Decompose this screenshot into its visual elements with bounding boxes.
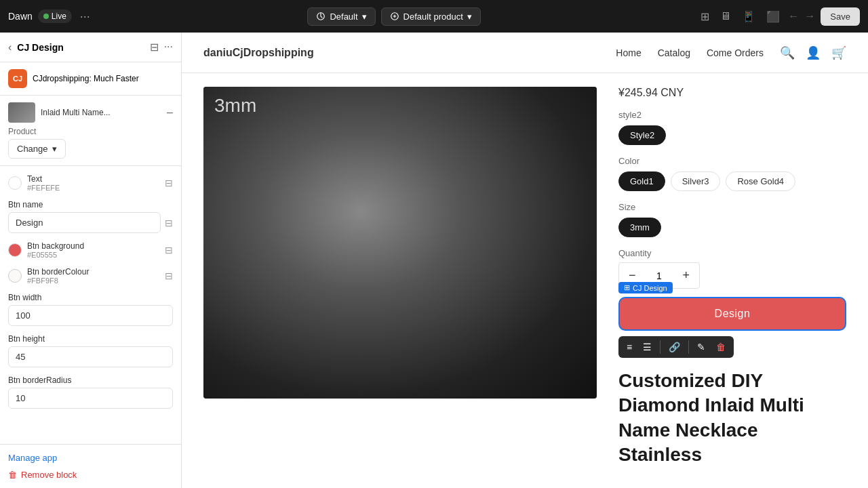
btn-radius-input[interactable] [8,388,173,409]
btn-radius-section: Btn borderRadius [8,375,173,409]
plugin-icon: CJ [8,69,27,88]
tablet-view-button[interactable]: ⬛ [764,7,783,26]
btn-border-info: Btn borderColour #FBF9F8 [27,267,89,285]
preview-inner: daniuCjDropshipping Home Catalog Come Or… [182,33,868,488]
redo-button[interactable]: → [804,10,815,22]
collapse-button[interactable]: – [167,106,173,119]
style-options: Style2 [618,125,846,145]
account-icon[interactable]: 👤 [806,45,821,60]
color-label: Color [618,156,846,166]
btn-name-icon[interactable]: ⊟ [165,218,173,228]
btn-width-label: Btn width [8,293,173,302]
toolbar-align-center[interactable]: ☰ [639,339,656,355]
btn-bg-icon[interactable]: ⊟ [165,245,173,256]
color-silver3-btn[interactable]: Silver3 [671,171,721,191]
plugin-name: CJdropshipping: Much Faster [33,74,139,83]
size-options: 3mm [618,218,846,237]
chevron-down-icon2: ▾ [467,12,472,22]
size-label-overlay: 3mm [214,95,256,117]
default-theme-button[interactable]: Default ▾ [307,7,375,26]
preview-area: daniuCjDropshipping Home Catalog Come Or… [182,33,868,488]
btn-toolbar: ≡ ☰ 🔗 ✎ 🗑 [618,336,734,358]
select-device-button[interactable]: ⊞ [698,7,712,26]
nav-catalog[interactable]: Catalog [658,47,690,58]
store-logo: daniuCjDropshipping [203,47,314,59]
product-name: Inlaid Multi Name... [41,108,161,117]
desktop-view-button[interactable]: 🖥 [717,7,734,25]
top-bar-right: ⊞ 🖥 📱 ⬛ ← → Save [698,7,860,26]
sidebar-plugin: CJ CJdropshipping: Much Faster [0,62,181,96]
sidebar: ‹ CJ Design ⊟ ··· CJ CJdropshipping: Muc… [0,33,182,488]
toolbar-link[interactable]: 🔗 [665,339,684,355]
product-image-placeholder: 3mm [203,87,597,399]
product-thumb-img [8,102,35,123]
style-label: style2 [618,110,846,120]
sidebar-footer: Manage app 🗑 Remove block [0,444,181,488]
live-label: Live [52,12,66,21]
btn-border-icon[interactable]: ⊟ [165,270,173,281]
text-field-row: Text #FEFEFE ⊟ [8,174,173,192]
btn-width-section: Btn width [8,293,173,326]
btn-bg-left: Btn background #E05555 [8,241,84,259]
toolbar-edit[interactable]: ✎ [693,339,709,355]
back-button[interactable]: ‹ [8,41,12,54]
cart-icon[interactable]: 🛒 [831,45,846,60]
color-gold1-btn[interactable]: Gold1 [618,171,665,191]
size-label: Size [618,202,846,212]
product-label: Default product [403,12,463,22]
qty-value: 1 [646,270,673,281]
nav-home[interactable]: Home [616,47,641,58]
product-icon [390,12,399,21]
btn-height-section: Btn height [8,334,173,367]
app-name: Dawn [8,11,33,22]
text-color-swatch[interactable] [8,176,22,190]
default-product-button[interactable]: Default product ▾ [381,7,481,26]
btn-width-input[interactable] [8,305,173,326]
product-thumbnail [8,102,35,123]
toolbar-align-left[interactable]: ≡ [623,339,636,355]
text-field-icon[interactable]: ⊟ [165,178,173,188]
live-dot [43,14,49,19]
remove-block-button[interactable]: 🗑 Remove block [8,470,77,480]
text-color-value: #FEFEFE [27,184,60,192]
style-style2-btn[interactable]: Style2 [618,125,666,145]
btn-name-section: Btn name ⊟ [8,200,173,233]
btn-name-label: Btn name [8,200,173,209]
btn-bg-label: Btn background [27,241,84,251]
toolbar-sep2 [688,340,689,354]
mobile-view-button[interactable]: 📱 [739,7,758,26]
text-field-left: Text #FEFEFE [8,174,60,192]
more-options-icon[interactable]: ··· [164,41,173,54]
qty-increase-button[interactable]: + [673,263,699,288]
size-3mm-btn[interactable]: 3mm [618,218,661,237]
toolbar-sep1 [660,340,660,354]
search-icon[interactable]: 🔍 [780,45,795,60]
product-image-area: 3mm [203,87,597,468]
design-button[interactable]: Design [618,297,846,331]
sidebar-title: CJ Design [17,42,144,53]
undo-button[interactable]: ← [788,10,799,22]
more-button[interactable]: ··· [80,9,90,24]
nav-orders[interactable]: Come Orders [707,47,764,58]
btn-height-label: Btn height [8,334,173,344]
sidebar-header: ‹ CJ Design ⊟ ··· [0,33,181,62]
btn-name-input[interactable] [8,212,161,233]
product-info: Inlaid Multi Name... [41,108,161,117]
toolbar-delete[interactable]: 🗑 [712,339,730,355]
change-product-button[interactable]: Change ▾ [8,139,66,159]
design-btn-wrapper: ⊞ CJ Design Design [618,297,846,331]
ring-image [203,87,597,399]
save-button[interactable]: Save [821,7,860,26]
btn-border-swatch[interactable] [8,269,22,283]
main-layout: ‹ CJ Design ⊟ ··· CJ CJdropshipping: Muc… [0,33,868,488]
plugin-icon-text: CJ [13,75,22,83]
product-price: ¥245.94 CNY [618,87,846,99]
btn-height-input[interactable] [8,346,173,367]
save-icon[interactable]: ⊟ [150,41,159,54]
manage-app-link[interactable]: Manage app [8,453,173,463]
cj-design-label: ⊞ CJ Design [618,282,673,293]
theme-icon [316,12,326,21]
btn-bg-swatch[interactable] [8,243,22,257]
color-rosegold4-btn[interactable]: Rose Gold4 [726,171,795,191]
change-label: Change [17,144,48,154]
